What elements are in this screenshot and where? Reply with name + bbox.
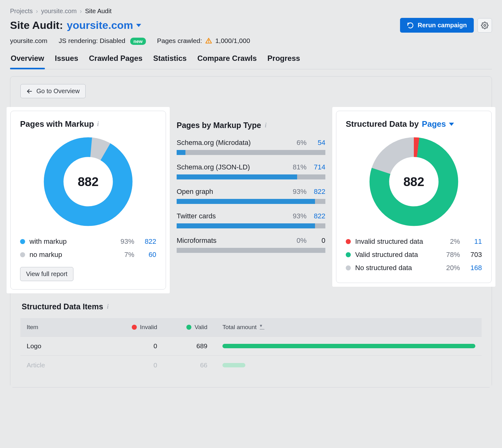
sdi-valid-count: 66 — [165, 361, 215, 369]
th-valid-label: Valid — [195, 324, 207, 331]
th-total-label: Total amount — [222, 324, 257, 331]
info-icon[interactable]: i — [107, 303, 109, 310]
page-title: Site Audit: — [10, 19, 63, 31]
meta-domain: yoursite.com — [10, 37, 47, 45]
markup-type-pct: 6% — [296, 139, 307, 147]
structured-data-scope-label: Pages — [422, 119, 446, 129]
tab-compare-crawls[interactable]: Compare Crawls — [197, 54, 257, 69]
settings-button[interactable] — [478, 18, 492, 33]
sdi-item-name: Article — [27, 361, 115, 369]
bar-track — [177, 248, 325, 253]
markup-report-panel: Go to Overview Pages with Markup i — [10, 76, 492, 387]
markup-type-pct: 93% — [293, 188, 307, 196]
left-highlight: Pages with Markup i 882 — [7, 107, 170, 293]
markup-type-row: Schema.org (JSON-LD) 81% 714 — [177, 163, 325, 179]
gear-icon — [481, 22, 489, 29]
legend-row: No structured data 20% 168 — [346, 261, 482, 275]
meta-js-rendering-label: JS rendering: — [59, 37, 98, 44]
domain-dropdown[interactable]: yoursite.com — [67, 19, 142, 31]
sdi-table-row[interactable]: Logo 0 689 — [20, 336, 482, 355]
legend-label: Invalid structured data — [355, 237, 440, 246]
th-valid[interactable]: Valid — [165, 324, 215, 331]
info-icon[interactable]: i — [265, 122, 267, 129]
tab-overview[interactable]: Overview — [10, 54, 45, 69]
markup-type-name: Schema.org (Microdata) — [177, 139, 296, 147]
th-total-amount[interactable]: Total amount ▾— — [215, 324, 475, 331]
th-invalid[interactable]: Invalid — [115, 324, 165, 331]
chevron-right-icon: › — [36, 8, 38, 15]
legend-row: no markup 7% 60 — [20, 248, 156, 261]
structured-data-by-pages-card: Structured Data by Pages — [336, 111, 492, 283]
structured-data-scope-dropdown[interactable]: Pages — [422, 119, 454, 129]
sdi-total-bar — [215, 363, 475, 367]
chevron-down-icon — [449, 123, 454, 126]
svg-point-2 — [208, 42, 209, 43]
markup-type-pct: 93% — [293, 212, 307, 220]
bar-track — [177, 199, 325, 204]
legend-count[interactable]: 822 — [134, 237, 156, 246]
markup-type-row: Schema.org (Microdata) 6% 54 — [177, 139, 325, 155]
view-full-report-button[interactable]: View full report — [20, 267, 73, 281]
markup-type-count[interactable]: 714 — [311, 163, 325, 171]
markup-type-count: 0 — [311, 237, 325, 245]
legend-pct: 93% — [114, 237, 134, 246]
legend-label: No structured data — [355, 264, 440, 272]
bar-fill — [177, 223, 315, 228]
tabs: OverviewIssuesCrawled PagesStatisticsCom… — [10, 54, 492, 69]
sdi-invalid-count: 0 — [115, 342, 165, 350]
legend-label: Valid structured data — [355, 251, 440, 259]
markup-type-row: Open graph 93% 822 — [177, 188, 325, 204]
chevron-down-icon — [136, 24, 141, 27]
meta-pages-crawled: Pages crawled: 1,000/1,000 — [157, 37, 250, 45]
markup-type-count[interactable]: 822 — [311, 188, 325, 196]
bar-fill — [177, 174, 297, 179]
pages-with-markup-title: Pages with Markup — [20, 119, 94, 129]
legend-count[interactable]: 168 — [460, 264, 482, 272]
tab-crawled-pages[interactable]: Crawled Pages — [88, 54, 143, 69]
markup-type-count[interactable]: 822 — [311, 212, 325, 220]
go-to-overview-button[interactable]: Go to Overview — [20, 84, 86, 98]
markup-type-count[interactable]: 54 — [311, 139, 325, 147]
markup-type-name: Microformats — [177, 237, 296, 245]
legend-dot-icon — [20, 252, 25, 257]
info-icon[interactable]: i — [97, 120, 99, 128]
tab-issues[interactable]: Issues — [54, 54, 79, 69]
legend-pct: 2% — [440, 237, 460, 246]
new-badge: new — [130, 38, 146, 45]
pages-with-markup-card: Pages with Markup i 882 — [10, 111, 166, 290]
legend-row: Invalid structured data 2% 11 — [346, 235, 482, 248]
tab-progress[interactable]: Progress — [267, 54, 301, 69]
rerun-campaign-button[interactable]: Rerun campaign — [400, 18, 474, 33]
tab-statistics[interactable]: Statistics — [152, 54, 187, 69]
meta-pages-crawled-label: Pages crawled: — [157, 37, 202, 45]
sdi-total-bar — [215, 344, 475, 348]
markup-type-name: Twitter cards — [177, 212, 293, 220]
legend-dot-icon — [346, 239, 351, 244]
right-highlight: Structured Data by Pages — [332, 107, 495, 287]
sdi-table-row[interactable]: Article 0 66 — [20, 355, 482, 375]
legend-count[interactable]: 60 — [134, 251, 156, 259]
legend-dot-icon — [346, 265, 351, 270]
refresh-icon — [407, 22, 414, 29]
valid-dot-icon — [186, 325, 191, 330]
invalid-dot-icon — [132, 325, 137, 330]
legend-dot-icon — [346, 252, 351, 257]
structured-data-title-prefix: Structured Data by — [346, 119, 419, 129]
breadcrumb-current: Site Audit — [85, 8, 112, 15]
svg-point-0 — [484, 24, 486, 26]
legend-count[interactable]: 11 — [460, 237, 482, 246]
warning-icon — [205, 37, 212, 44]
structured-data-total: 882 — [403, 175, 425, 189]
legend-pct: 20% — [440, 264, 460, 272]
breadcrumb-projects[interactable]: Projects — [10, 8, 33, 15]
breadcrumb-domain[interactable]: yoursite.com — [41, 8, 77, 15]
legend-label: with markup — [29, 237, 114, 246]
structured-data-items-title: Structured Data Items — [22, 302, 103, 311]
th-item[interactable]: Item — [27, 324, 115, 331]
th-invalid-label: Invalid — [140, 324, 157, 331]
markup-type-pct: 81% — [293, 163, 307, 171]
markup-type-row: Microformats 0% 0 — [177, 237, 325, 253]
markup-type-pct: 0% — [296, 237, 307, 245]
breadcrumb: Projects › yoursite.com › Site Audit — [10, 8, 492, 15]
sdi-table-header: Item Invalid Valid Total amount ▾— — [20, 318, 482, 336]
